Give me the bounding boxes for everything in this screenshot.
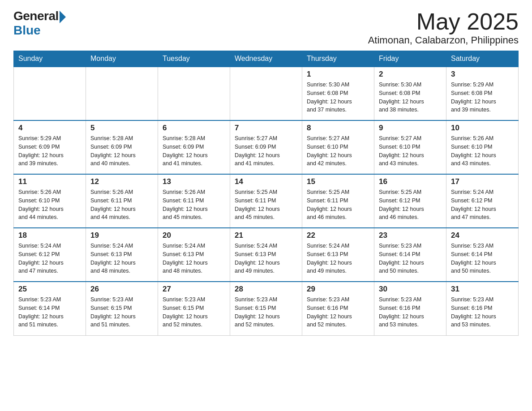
day-info: Sunrise: 5:25 AM Sunset: 6:11 PM Dayligh…	[235, 188, 297, 222]
calendar-cell: 19Sunrise: 5:24 AM Sunset: 6:13 PM Dayli…	[86, 228, 158, 282]
day-number: 27	[163, 285, 225, 294]
calendar-cell: 25Sunrise: 5:23 AM Sunset: 6:14 PM Dayli…	[14, 282, 86, 335]
calendar-cell: 13Sunrise: 5:26 AM Sunset: 6:11 PM Dayli…	[158, 174, 230, 228]
calendar-week-5: 25Sunrise: 5:23 AM Sunset: 6:14 PM Dayli…	[14, 282, 519, 335]
day-number: 11	[18, 177, 81, 186]
day-number: 21	[235, 231, 297, 240]
location-title: Atimonan, Calabarzon, Philippines	[368, 34, 519, 46]
day-number: 24	[451, 231, 514, 240]
day-info: Sunrise: 5:24 AM Sunset: 6:13 PM Dayligh…	[307, 242, 369, 275]
calendar-cell: 31Sunrise: 5:23 AM Sunset: 6:16 PM Dayli…	[446, 282, 519, 335]
weekday-header-friday: Friday	[374, 51, 446, 67]
weekday-header-tuesday: Tuesday	[158, 51, 230, 67]
calendar-cell: 12Sunrise: 5:26 AM Sunset: 6:11 PM Dayli…	[86, 174, 158, 228]
calendar-week-3: 11Sunrise: 5:26 AM Sunset: 6:10 PM Dayli…	[14, 174, 519, 228]
calendar-cell	[14, 67, 86, 120]
day-info: Sunrise: 5:23 AM Sunset: 6:15 PM Dayligh…	[90, 295, 153, 329]
day-number: 16	[379, 177, 442, 186]
calendar-week-2: 4Sunrise: 5:29 AM Sunset: 6:09 PM Daylig…	[14, 120, 519, 174]
day-number: 20	[163, 231, 225, 240]
weekday-header-row: SundayMondayTuesdayWednesdayThursdayFrid…	[14, 51, 519, 67]
day-info: Sunrise: 5:27 AM Sunset: 6:10 PM Dayligh…	[379, 134, 442, 168]
calendar-cell: 1Sunrise: 5:30 AM Sunset: 6:08 PM Daylig…	[302, 67, 374, 120]
day-info: Sunrise: 5:24 AM Sunset: 6:13 PM Dayligh…	[90, 242, 153, 275]
day-number: 6	[163, 124, 225, 133]
page-header: General Blue May 2025 Atimonan, Calabarz…	[13, 9, 519, 46]
day-info: Sunrise: 5:27 AM Sunset: 6:09 PM Dayligh…	[235, 134, 297, 168]
day-number: 1	[307, 70, 369, 79]
logo: General Blue	[13, 9, 66, 38]
calendar-cell: 18Sunrise: 5:24 AM Sunset: 6:12 PM Dayli…	[14, 228, 86, 282]
calendar-cell: 9Sunrise: 5:27 AM Sunset: 6:10 PM Daylig…	[374, 120, 446, 174]
calendar-week-4: 18Sunrise: 5:24 AM Sunset: 6:12 PM Dayli…	[14, 228, 519, 282]
day-number: 3	[451, 70, 514, 79]
calendar-cell: 11Sunrise: 5:26 AM Sunset: 6:10 PM Dayli…	[14, 174, 86, 228]
day-number: 29	[307, 285, 369, 294]
calendar-cell: 10Sunrise: 5:26 AM Sunset: 6:10 PM Dayli…	[446, 120, 519, 174]
day-number: 12	[90, 177, 153, 186]
calendar-cell: 4Sunrise: 5:29 AM Sunset: 6:09 PM Daylig…	[14, 120, 86, 174]
calendar-cell: 8Sunrise: 5:27 AM Sunset: 6:10 PM Daylig…	[302, 120, 374, 174]
calendar-cell: 26Sunrise: 5:23 AM Sunset: 6:15 PM Dayli…	[86, 282, 158, 335]
day-number: 9	[379, 124, 442, 133]
calendar-cell: 28Sunrise: 5:23 AM Sunset: 6:15 PM Dayli…	[230, 282, 302, 335]
calendar-cell: 27Sunrise: 5:23 AM Sunset: 6:15 PM Dayli…	[158, 282, 230, 335]
day-number: 25	[18, 285, 81, 294]
calendar-table: SundayMondayTuesdayWednesdayThursdayFrid…	[13, 51, 519, 336]
day-info: Sunrise: 5:29 AM Sunset: 6:08 PM Dayligh…	[451, 81, 514, 114]
day-number: 18	[18, 231, 81, 240]
day-info: Sunrise: 5:23 AM Sunset: 6:15 PM Dayligh…	[235, 295, 297, 329]
day-info: Sunrise: 5:27 AM Sunset: 6:10 PM Dayligh…	[307, 134, 369, 168]
weekday-header-thursday: Thursday	[302, 51, 374, 67]
calendar-cell: 30Sunrise: 5:23 AM Sunset: 6:16 PM Dayli…	[374, 282, 446, 335]
calendar-week-1: 1Sunrise: 5:30 AM Sunset: 6:08 PM Daylig…	[14, 67, 519, 120]
day-info: Sunrise: 5:24 AM Sunset: 6:12 PM Dayligh…	[451, 188, 514, 222]
day-number: 2	[379, 70, 442, 79]
logo-general-text: General	[13, 9, 59, 23]
calendar-cell	[158, 67, 230, 120]
day-number: 13	[163, 177, 225, 186]
day-number: 14	[235, 177, 297, 186]
day-info: Sunrise: 5:24 AM Sunset: 6:12 PM Dayligh…	[18, 242, 81, 275]
calendar-cell: 6Sunrise: 5:28 AM Sunset: 6:09 PM Daylig…	[158, 120, 230, 174]
calendar-cell: 17Sunrise: 5:24 AM Sunset: 6:12 PM Dayli…	[446, 174, 519, 228]
day-number: 10	[451, 124, 514, 133]
day-info: Sunrise: 5:28 AM Sunset: 6:09 PM Dayligh…	[90, 134, 153, 168]
day-info: Sunrise: 5:26 AM Sunset: 6:10 PM Dayligh…	[18, 188, 81, 222]
day-info: Sunrise: 5:23 AM Sunset: 6:14 PM Dayligh…	[451, 242, 514, 275]
day-info: Sunrise: 5:23 AM Sunset: 6:16 PM Dayligh…	[307, 295, 369, 329]
day-info: Sunrise: 5:28 AM Sunset: 6:09 PM Dayligh…	[163, 134, 225, 168]
day-number: 28	[235, 285, 297, 294]
day-info: Sunrise: 5:30 AM Sunset: 6:08 PM Dayligh…	[379, 81, 442, 114]
day-info: Sunrise: 5:23 AM Sunset: 6:14 PM Dayligh…	[379, 242, 442, 275]
calendar-cell	[230, 67, 302, 120]
day-info: Sunrise: 5:26 AM Sunset: 6:11 PM Dayligh…	[90, 188, 153, 222]
day-number: 26	[90, 285, 153, 294]
calendar-cell: 24Sunrise: 5:23 AM Sunset: 6:14 PM Dayli…	[446, 228, 519, 282]
day-number: 19	[90, 231, 153, 240]
weekday-header-wednesday: Wednesday	[230, 51, 302, 67]
calendar-cell: 22Sunrise: 5:24 AM Sunset: 6:13 PM Dayli…	[302, 228, 374, 282]
day-info: Sunrise: 5:26 AM Sunset: 6:11 PM Dayligh…	[163, 188, 225, 222]
day-info: Sunrise: 5:23 AM Sunset: 6:16 PM Dayligh…	[379, 295, 442, 329]
logo-arrow-icon	[60, 11, 66, 23]
day-number: 15	[307, 177, 369, 186]
weekday-header-monday: Monday	[86, 51, 158, 67]
day-number: 5	[90, 124, 153, 133]
day-number: 7	[235, 124, 297, 133]
day-info: Sunrise: 5:23 AM Sunset: 6:14 PM Dayligh…	[18, 295, 81, 329]
calendar-cell: 20Sunrise: 5:24 AM Sunset: 6:13 PM Dayli…	[158, 228, 230, 282]
day-info: Sunrise: 5:24 AM Sunset: 6:13 PM Dayligh…	[163, 242, 225, 275]
month-title: May 2025	[368, 9, 519, 34]
calendar-cell: 2Sunrise: 5:30 AM Sunset: 6:08 PM Daylig…	[374, 67, 446, 120]
calendar-cell: 14Sunrise: 5:25 AM Sunset: 6:11 PM Dayli…	[230, 174, 302, 228]
day-number: 8	[307, 124, 369, 133]
logo-blue-text: Blue	[13, 23, 41, 38]
calendar-cell: 16Sunrise: 5:25 AM Sunset: 6:12 PM Dayli…	[374, 174, 446, 228]
day-number: 4	[18, 124, 81, 133]
day-number: 17	[451, 177, 514, 186]
day-info: Sunrise: 5:25 AM Sunset: 6:12 PM Dayligh…	[379, 188, 442, 222]
title-block: May 2025 Atimonan, Calabarzon, Philippin…	[368, 9, 519, 46]
calendar-cell: 7Sunrise: 5:27 AM Sunset: 6:09 PM Daylig…	[230, 120, 302, 174]
day-number: 31	[451, 285, 514, 294]
